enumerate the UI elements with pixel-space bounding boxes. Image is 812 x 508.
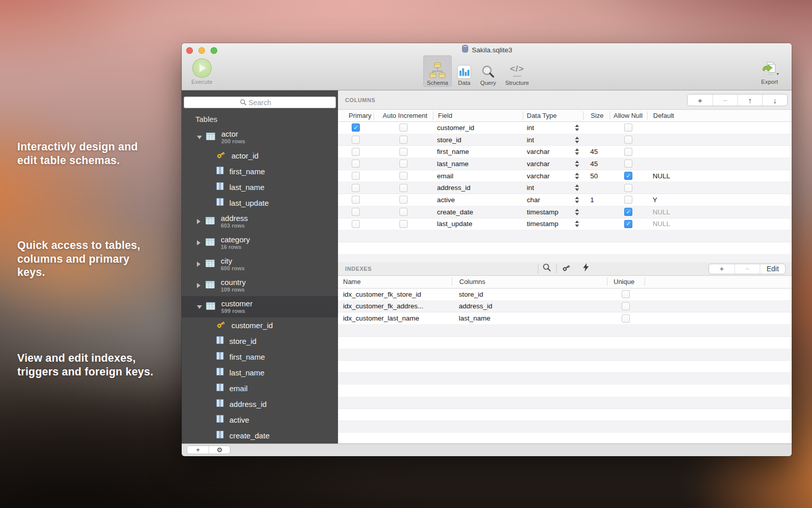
unique-checkbox[interactable] — [622, 290, 630, 298]
disclosure-triangle-icon[interactable] — [197, 240, 200, 245]
allow-null-checkbox[interactable] — [624, 196, 632, 204]
disclosure-triangle-icon[interactable] — [197, 305, 202, 309]
column-icon — [216, 167, 224, 176]
disclosure-triangle-icon[interactable] — [197, 262, 200, 267]
move-column-down-button[interactable]: ↓ — [762, 94, 787, 106]
disclosure-triangle-icon[interactable] — [197, 219, 200, 224]
index-row-last-name[interactable]: idx_customer_last_name last_name — [338, 312, 792, 325]
primary-checkbox[interactable] — [352, 196, 360, 204]
indexes-search-icon[interactable] — [543, 263, 551, 274]
allow-null-checkbox[interactable] — [624, 136, 632, 144]
table-settings-button[interactable]: ⚙ — [209, 446, 230, 454]
execute-button[interactable]: Execute — [188, 54, 216, 86]
auto-increment-checkbox[interactable] — [399, 160, 408, 168]
unique-checkbox[interactable] — [622, 314, 630, 323]
move-column-up-button[interactable]: ↑ — [737, 94, 762, 106]
primary-checkbox[interactable] — [352, 123, 360, 132]
triggers-lightning-icon[interactable] — [583, 263, 589, 274]
sidebar-column-active[interactable]: active — [182, 412, 338, 428]
window-title: Sakila.sqlite3 — [472, 46, 513, 54]
primary-checkbox[interactable] — [352, 160, 360, 168]
data-type-stepper[interactable] — [575, 148, 579, 155]
allow-null-checkbox[interactable] — [624, 160, 632, 168]
sidebar-table-address[interactable]: address 603 rows — [182, 211, 338, 232]
allow-null-checkbox[interactable] — [624, 148, 632, 156]
auto-increment-checkbox[interactable] — [399, 220, 408, 228]
auto-increment-checkbox[interactable] — [399, 196, 408, 204]
schema-button[interactable]: Schema — [423, 55, 452, 87]
index-row-fk-address-id[interactable]: idx_customer_fk_addres... address_id — [338, 301, 792, 313]
sidebar-column-email[interactable]: email — [182, 380, 338, 396]
primary-checkbox[interactable] — [352, 148, 360, 156]
auto-increment-checkbox[interactable] — [399, 184, 408, 192]
sidebar-column-first-name-2[interactable]: first_name — [182, 349, 338, 365]
auto-increment-checkbox[interactable] — [399, 208, 408, 216]
allow-null-checkbox[interactable] — [624, 220, 632, 228]
columns-row-email[interactable]: email varchar 50 NULL — [338, 170, 792, 182]
structure-button[interactable]: </> Structure — [502, 55, 533, 87]
sidebar-table-customer[interactable]: customer 599 rows — [182, 296, 338, 318]
data-type-stepper[interactable] — [575, 137, 579, 143]
primary-checkbox[interactable] — [352, 172, 360, 180]
add-column-button[interactable]: + — [688, 94, 713, 106]
data-button[interactable]: Data — [454, 55, 475, 87]
columns-row-address-id[interactable]: address_id int — [338, 182, 792, 194]
columns-row-store-id[interactable]: store_id int — [338, 134, 792, 146]
sidebar-table-actor[interactable]: actor 200 rows — [182, 126, 338, 148]
sidebar-column-last-update[interactable]: last_update — [182, 195, 338, 211]
columns-row-last-name[interactable]: last_name varchar 45 — [338, 158, 792, 170]
sidebar-table-country[interactable]: country 109 rows — [182, 275, 338, 296]
columns-row-active[interactable]: active char 1 Y — [338, 194, 792, 206]
primary-checkbox[interactable] — [352, 184, 360, 192]
data-type-stepper[interactable] — [575, 197, 579, 203]
data-type-stepper[interactable] — [575, 220, 579, 227]
data-type-stepper[interactable] — [575, 124, 579, 131]
data-type-stepper[interactable] — [575, 184, 579, 191]
remove-column-button[interactable]: − — [713, 94, 737, 106]
primary-checkbox[interactable] — [352, 208, 360, 216]
sidebar-table-category[interactable]: category 16 rows — [182, 232, 338, 253]
unique-checkbox[interactable] — [622, 302, 630, 310]
primary-key-icon — [216, 320, 226, 331]
primary-checkbox[interactable] — [352, 136, 360, 144]
edit-index-button[interactable]: Edit — [760, 264, 785, 274]
sidebar-column-store-id[interactable]: store_id — [182, 333, 338, 349]
data-type-stepper[interactable] — [575, 209, 579, 215]
sidebar-column-customer-id[interactable]: customer_id — [182, 318, 338, 333]
add-table-button[interactable]: + — [187, 446, 209, 454]
columns-row-create-date[interactable]: create_date timestamp NULL — [338, 206, 792, 218]
query-button[interactable]: Query — [477, 55, 499, 87]
columns-row-customer-id[interactable]: customer_id int — [338, 122, 792, 134]
sidebar-column-address-id[interactable]: address_id — [182, 396, 338, 412]
export-button[interactable]: ▼ Export — [758, 54, 782, 86]
marketing-caption-indexes: View and edit indexes, triggers and fore… — [17, 352, 185, 378]
auto-increment-checkbox[interactable] — [399, 123, 408, 132]
allow-null-checkbox[interactable] — [624, 184, 632, 192]
auto-increment-checkbox[interactable] — [399, 148, 408, 156]
remove-index-button[interactable]: − — [734, 264, 760, 274]
search-input[interactable] — [184, 97, 336, 108]
primary-checkbox[interactable] — [352, 220, 360, 228]
sidebar-column-actor-id[interactable]: actor_id — [182, 148, 338, 164]
sidebar-column-last-name[interactable]: last_name — [182, 179, 338, 195]
data-type-stepper[interactable] — [575, 161, 579, 167]
indexes-table-header: Name Columns Unique — [338, 276, 792, 289]
data-type-stepper[interactable] — [575, 173, 579, 179]
sidebar-column-last-name-2[interactable]: last_name — [182, 365, 338, 380]
export-dropdown-caret: ▼ — [776, 72, 780, 76]
sidebar-table-city[interactable]: city 600 rows — [182, 253, 338, 275]
columns-row-last-update[interactable]: last_update timestamp NULL — [338, 218, 792, 231]
disclosure-triangle-icon[interactable] — [197, 283, 200, 288]
sidebar-column-create-date[interactable]: create_date — [182, 428, 338, 443]
disclosure-triangle-icon[interactable] — [197, 136, 202, 139]
add-index-button[interactable]: + — [709, 264, 734, 274]
allow-null-checkbox[interactable] — [624, 208, 632, 216]
auto-increment-checkbox[interactable] — [399, 136, 408, 144]
allow-null-checkbox[interactable] — [624, 172, 632, 180]
auto-increment-checkbox[interactable] — [399, 172, 408, 180]
foreign-key-icon[interactable] — [562, 263, 571, 274]
columns-row-first-name[interactable]: first_name varchar 45 — [338, 146, 792, 158]
sidebar-column-first-name[interactable]: first_name — [182, 164, 338, 179]
allow-null-checkbox[interactable] — [624, 123, 632, 132]
index-row-fk-store-id[interactable]: idx_customer_fk_store_id store_id — [338, 289, 792, 301]
